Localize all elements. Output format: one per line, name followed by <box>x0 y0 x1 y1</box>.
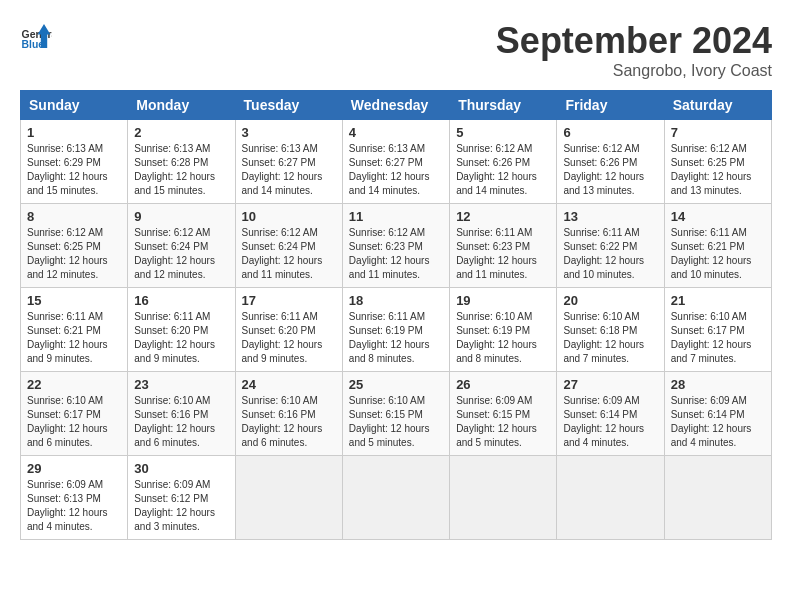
weekday-header-friday: Friday <box>557 91 664 120</box>
calendar-week-2: 8Sunrise: 6:12 AM Sunset: 6:25 PM Daylig… <box>21 204 772 288</box>
day-info: Sunrise: 6:10 AM Sunset: 6:17 PM Dayligh… <box>671 310 765 366</box>
weekday-header-monday: Monday <box>128 91 235 120</box>
day-number: 27 <box>563 377 657 392</box>
calendar-cell: 21Sunrise: 6:10 AM Sunset: 6:17 PM Dayli… <box>664 288 771 372</box>
calendar-cell: 7Sunrise: 6:12 AM Sunset: 6:25 PM Daylig… <box>664 120 771 204</box>
calendar-cell: 19Sunrise: 6:10 AM Sunset: 6:19 PM Dayli… <box>450 288 557 372</box>
calendar-cell: 30Sunrise: 6:09 AM Sunset: 6:12 PM Dayli… <box>128 456 235 540</box>
day-number: 29 <box>27 461 121 476</box>
calendar-cell <box>342 456 449 540</box>
weekday-header-saturday: Saturday <box>664 91 771 120</box>
day-info: Sunrise: 6:10 AM Sunset: 6:15 PM Dayligh… <box>349 394 443 450</box>
day-number: 2 <box>134 125 228 140</box>
location-subtitle: Sangrobo, Ivory Coast <box>496 62 772 80</box>
day-number: 3 <box>242 125 336 140</box>
day-info: Sunrise: 6:11 AM Sunset: 6:20 PM Dayligh… <box>242 310 336 366</box>
day-number: 15 <box>27 293 121 308</box>
day-info: Sunrise: 6:12 AM Sunset: 6:24 PM Dayligh… <box>134 226 228 282</box>
day-info: Sunrise: 6:11 AM Sunset: 6:19 PM Dayligh… <box>349 310 443 366</box>
day-info: Sunrise: 6:10 AM Sunset: 6:17 PM Dayligh… <box>27 394 121 450</box>
calendar-cell: 13Sunrise: 6:11 AM Sunset: 6:22 PM Dayli… <box>557 204 664 288</box>
calendar-cell: 3Sunrise: 6:13 AM Sunset: 6:27 PM Daylig… <box>235 120 342 204</box>
calendar-cell: 24Sunrise: 6:10 AM Sunset: 6:16 PM Dayli… <box>235 372 342 456</box>
day-number: 18 <box>349 293 443 308</box>
day-number: 5 <box>456 125 550 140</box>
day-number: 1 <box>27 125 121 140</box>
day-info: Sunrise: 6:11 AM Sunset: 6:21 PM Dayligh… <box>671 226 765 282</box>
calendar-cell: 1Sunrise: 6:13 AM Sunset: 6:29 PM Daylig… <box>21 120 128 204</box>
day-info: Sunrise: 6:09 AM Sunset: 6:13 PM Dayligh… <box>27 478 121 534</box>
day-info: Sunrise: 6:11 AM Sunset: 6:22 PM Dayligh… <box>563 226 657 282</box>
day-info: Sunrise: 6:12 AM Sunset: 6:26 PM Dayligh… <box>456 142 550 198</box>
day-number: 19 <box>456 293 550 308</box>
logo: General Blue <box>20 20 52 52</box>
calendar-cell: 26Sunrise: 6:09 AM Sunset: 6:15 PM Dayli… <box>450 372 557 456</box>
day-info: Sunrise: 6:11 AM Sunset: 6:20 PM Dayligh… <box>134 310 228 366</box>
day-number: 10 <box>242 209 336 224</box>
calendar-cell <box>450 456 557 540</box>
calendar-cell: 5Sunrise: 6:12 AM Sunset: 6:26 PM Daylig… <box>450 120 557 204</box>
calendar-cell: 10Sunrise: 6:12 AM Sunset: 6:24 PM Dayli… <box>235 204 342 288</box>
day-number: 23 <box>134 377 228 392</box>
calendar-cell: 27Sunrise: 6:09 AM Sunset: 6:14 PM Dayli… <box>557 372 664 456</box>
day-number: 16 <box>134 293 228 308</box>
day-number: 30 <box>134 461 228 476</box>
day-number: 6 <box>563 125 657 140</box>
title-block: September 2024 Sangrobo, Ivory Coast <box>496 20 772 80</box>
calendar-week-4: 22Sunrise: 6:10 AM Sunset: 6:17 PM Dayli… <box>21 372 772 456</box>
day-info: Sunrise: 6:09 AM Sunset: 6:12 PM Dayligh… <box>134 478 228 534</box>
day-info: Sunrise: 6:11 AM Sunset: 6:21 PM Dayligh… <box>27 310 121 366</box>
calendar-cell: 2Sunrise: 6:13 AM Sunset: 6:28 PM Daylig… <box>128 120 235 204</box>
calendar-cell <box>235 456 342 540</box>
calendar-cell: 14Sunrise: 6:11 AM Sunset: 6:21 PM Dayli… <box>664 204 771 288</box>
calendar-week-5: 29Sunrise: 6:09 AM Sunset: 6:13 PM Dayli… <box>21 456 772 540</box>
calendar-cell: 22Sunrise: 6:10 AM Sunset: 6:17 PM Dayli… <box>21 372 128 456</box>
weekday-header-thursday: Thursday <box>450 91 557 120</box>
day-number: 24 <box>242 377 336 392</box>
calendar-cell: 17Sunrise: 6:11 AM Sunset: 6:20 PM Dayli… <box>235 288 342 372</box>
day-info: Sunrise: 6:12 AM Sunset: 6:24 PM Dayligh… <box>242 226 336 282</box>
calendar-cell: 25Sunrise: 6:10 AM Sunset: 6:15 PM Dayli… <box>342 372 449 456</box>
day-info: Sunrise: 6:09 AM Sunset: 6:14 PM Dayligh… <box>563 394 657 450</box>
day-info: Sunrise: 6:10 AM Sunset: 6:18 PM Dayligh… <box>563 310 657 366</box>
day-number: 11 <box>349 209 443 224</box>
day-number: 7 <box>671 125 765 140</box>
day-number: 28 <box>671 377 765 392</box>
day-info: Sunrise: 6:13 AM Sunset: 6:28 PM Dayligh… <box>134 142 228 198</box>
calendar-cell <box>557 456 664 540</box>
calendar-cell: 18Sunrise: 6:11 AM Sunset: 6:19 PM Dayli… <box>342 288 449 372</box>
calendar-cell: 15Sunrise: 6:11 AM Sunset: 6:21 PM Dayli… <box>21 288 128 372</box>
weekday-header-tuesday: Tuesday <box>235 91 342 120</box>
calendar-cell: 8Sunrise: 6:12 AM Sunset: 6:25 PM Daylig… <box>21 204 128 288</box>
calendar-cell: 4Sunrise: 6:13 AM Sunset: 6:27 PM Daylig… <box>342 120 449 204</box>
day-number: 8 <box>27 209 121 224</box>
day-info: Sunrise: 6:10 AM Sunset: 6:16 PM Dayligh… <box>134 394 228 450</box>
day-info: Sunrise: 6:10 AM Sunset: 6:19 PM Dayligh… <box>456 310 550 366</box>
calendar-cell: 28Sunrise: 6:09 AM Sunset: 6:14 PM Dayli… <box>664 372 771 456</box>
day-info: Sunrise: 6:13 AM Sunset: 6:27 PM Dayligh… <box>242 142 336 198</box>
calendar-week-1: 1Sunrise: 6:13 AM Sunset: 6:29 PM Daylig… <box>21 120 772 204</box>
day-number: 13 <box>563 209 657 224</box>
calendar-cell: 6Sunrise: 6:12 AM Sunset: 6:26 PM Daylig… <box>557 120 664 204</box>
calendar-week-3: 15Sunrise: 6:11 AM Sunset: 6:21 PM Dayli… <box>21 288 772 372</box>
day-number: 21 <box>671 293 765 308</box>
day-number: 26 <box>456 377 550 392</box>
weekday-header-sunday: Sunday <box>21 91 128 120</box>
day-info: Sunrise: 6:10 AM Sunset: 6:16 PM Dayligh… <box>242 394 336 450</box>
calendar-cell: 29Sunrise: 6:09 AM Sunset: 6:13 PM Dayli… <box>21 456 128 540</box>
day-info: Sunrise: 6:12 AM Sunset: 6:26 PM Dayligh… <box>563 142 657 198</box>
day-info: Sunrise: 6:12 AM Sunset: 6:25 PM Dayligh… <box>27 226 121 282</box>
day-number: 20 <box>563 293 657 308</box>
day-info: Sunrise: 6:12 AM Sunset: 6:23 PM Dayligh… <box>349 226 443 282</box>
day-info: Sunrise: 6:11 AM Sunset: 6:23 PM Dayligh… <box>456 226 550 282</box>
calendar-cell: 11Sunrise: 6:12 AM Sunset: 6:23 PM Dayli… <box>342 204 449 288</box>
day-number: 4 <box>349 125 443 140</box>
weekday-header-wednesday: Wednesday <box>342 91 449 120</box>
calendar-cell: 9Sunrise: 6:12 AM Sunset: 6:24 PM Daylig… <box>128 204 235 288</box>
day-number: 12 <box>456 209 550 224</box>
calendar-cell: 12Sunrise: 6:11 AM Sunset: 6:23 PM Dayli… <box>450 204 557 288</box>
calendar-cell <box>664 456 771 540</box>
day-info: Sunrise: 6:13 AM Sunset: 6:29 PM Dayligh… <box>27 142 121 198</box>
day-info: Sunrise: 6:13 AM Sunset: 6:27 PM Dayligh… <box>349 142 443 198</box>
weekday-header-row: SundayMondayTuesdayWednesdayThursdayFrid… <box>21 91 772 120</box>
